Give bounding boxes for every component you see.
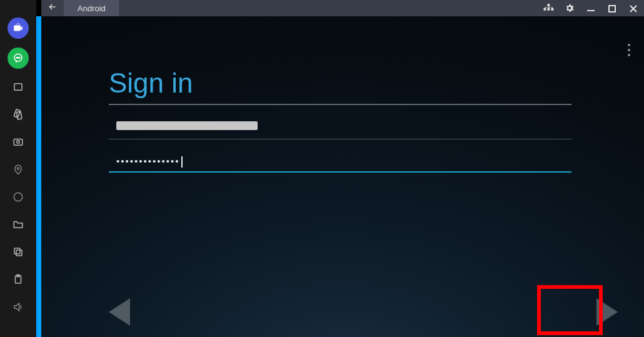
svg-point-9 — [17, 141, 20, 144]
prev-button[interactable] — [109, 298, 130, 326]
svg-rect-24 — [587, 10, 595, 11]
chat-app-icon[interactable] — [8, 48, 29, 69]
accent-strip — [36, 16, 41, 337]
svg-rect-19 — [548, 4, 550, 7]
close-button[interactable] — [623, 3, 644, 13]
rotate-icon[interactable] — [8, 105, 29, 124]
email-value-redacted — [116, 121, 258, 130]
svg-rect-22 — [545, 8, 545, 9]
settings-icon[interactable] — [559, 3, 580, 14]
signin-form: Sign in •••••••••••••• — [109, 68, 571, 173]
title-divider — [109, 104, 571, 105]
maximize-button[interactable] — [601, 3, 623, 13]
location-icon[interactable] — [8, 160, 29, 179]
page-title: Sign in — [109, 68, 571, 99]
svg-rect-17 — [548, 8, 550, 11]
tab-android[interactable]: Android — [64, 0, 120, 16]
copy-icon[interactable] — [8, 243, 29, 261]
network-icon[interactable] — [538, 3, 559, 14]
camera-app-icon[interactable] — [8, 18, 29, 39]
svg-rect-21 — [545, 8, 553, 8]
password-mask: •••••••••••••• — [116, 156, 180, 166]
apk-icon[interactable] — [8, 188, 29, 206]
fullscreen-icon[interactable] — [8, 78, 29, 96]
overflow-menu-icon[interactable] — [628, 41, 630, 59]
back-button[interactable] — [41, 0, 64, 16]
system-side-panel — [0, 0, 36, 337]
screenshot-icon[interactable] — [8, 133, 29, 151]
volume-icon[interactable] — [8, 298, 29, 316]
annotation-highlight — [537, 285, 603, 335]
folder-icon[interactable] — [8, 215, 29, 234]
svg-rect-12 — [16, 250, 22, 256]
svg-rect-8 — [14, 139, 23, 146]
tab-label: Android — [78, 4, 106, 13]
paste-icon[interactable] — [8, 270, 29, 289]
svg-rect-13 — [14, 248, 20, 254]
svg-point-2 — [16, 58, 18, 59]
text-caret — [181, 156, 183, 168]
email-field[interactable] — [109, 118, 571, 139]
window-titlebar: Android — [41, 0, 644, 16]
minimize-button[interactable] — [580, 3, 601, 13]
svg-rect-25 — [609, 6, 615, 12]
svg-rect-23 — [552, 8, 553, 9]
password-field[interactable]: •••••••••••••• — [109, 152, 571, 173]
svg-point-10 — [18, 168, 19, 169]
svg-point-11 — [14, 193, 23, 201]
svg-point-3 — [18, 58, 19, 59]
svg-point-4 — [19, 58, 21, 59]
svg-rect-5 — [14, 84, 22, 91]
chevron-left-icon — [109, 298, 130, 326]
